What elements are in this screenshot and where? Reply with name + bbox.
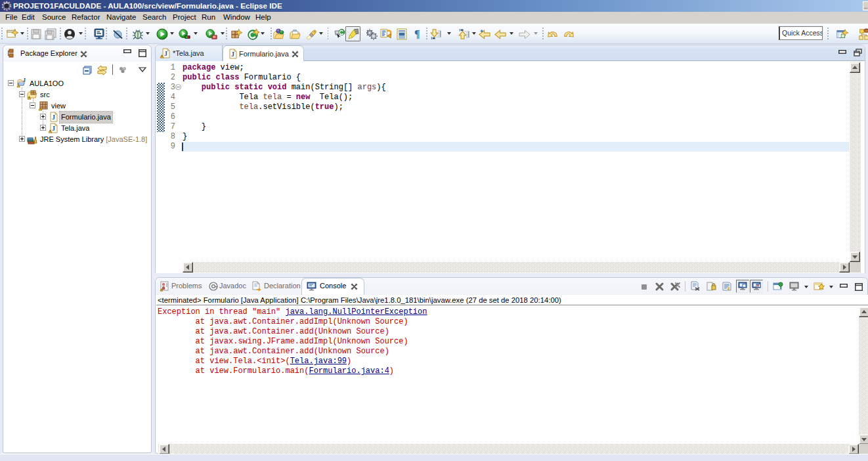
- svg-text:J: J: [52, 125, 55, 132]
- svg-text:J: J: [164, 50, 167, 57]
- svg-text:J: J: [231, 51, 234, 58]
- svg-text:J: J: [52, 114, 55, 121]
- svg-text:J: J: [23, 78, 26, 83]
- svg-text:¶: ¶: [414, 28, 420, 39]
